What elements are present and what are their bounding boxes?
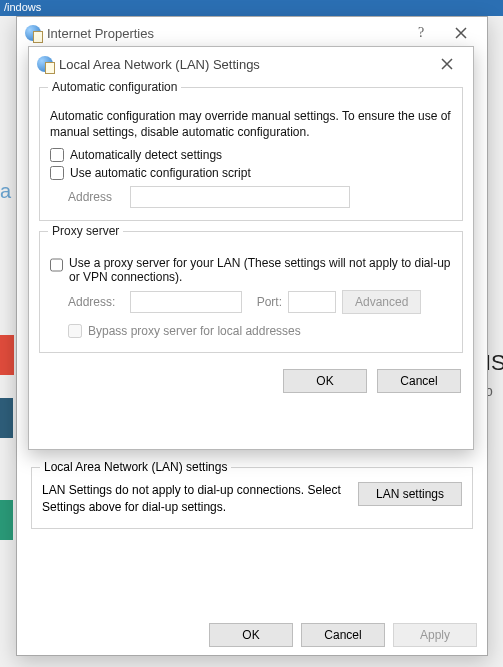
checkbox-text: Automatically detect settings [70,148,222,162]
group-legend: Proxy server [48,224,123,238]
proxy-address-input[interactable] [130,291,242,313]
ok-button[interactable]: OK [283,369,367,393]
lan-settings-group: Local Area Network (LAN) settings LAN Se… [31,467,473,529]
proxy-port-input[interactable] [288,291,336,313]
checkbox-text: Use a proxy server for your LAN (These s… [69,256,452,284]
checkbox-text: Bypass proxy server for local addresses [88,324,301,338]
proxy-server-group: Proxy server Use a proxy server for your… [39,231,463,353]
checkbox-text: Use automatic configuration script [70,166,251,180]
auto-detect-checkbox-label[interactable]: Automatically detect settings [50,148,452,162]
cancel-button[interactable]: Cancel [301,623,385,647]
address-label: Address [68,190,124,204]
bg-tile [0,398,13,438]
lan-settings-description: LAN Settings do not apply to dial-up con… [42,482,348,516]
use-proxy-checkbox-label[interactable]: Use a proxy server for your LAN (These s… [50,256,452,284]
proxy-port-label: Port: [248,295,282,309]
auto-detect-checkbox[interactable] [50,148,64,162]
dialog-title: Local Area Network (LAN) Settings [59,57,260,72]
use-proxy-checkbox[interactable] [50,258,63,272]
auto-script-checkbox[interactable] [50,166,64,180]
close-button[interactable] [427,51,467,77]
close-button[interactable] [441,20,481,46]
auto-script-address-input[interactable] [130,186,350,208]
window-title: Internet Properties [47,26,154,41]
bg-partial-text: /indows [0,0,503,16]
apply-button[interactable]: Apply [393,623,477,647]
auto-config-description: Automatic configuration may override man… [50,108,452,140]
bypass-checkbox[interactable] [68,324,82,338]
auto-script-checkbox-label[interactable]: Use automatic configuration script [50,166,452,180]
help-button[interactable]: ? [401,20,441,46]
internet-options-icon [25,25,41,41]
dialog-titlebar[interactable]: Local Area Network (LAN) Settings [29,47,473,81]
lan-settings-legend: Local Area Network (LAN) settings [40,460,231,474]
bg-tile-red [0,335,14,375]
titlebar[interactable]: Internet Properties ? [17,17,487,49]
proxy-address-label: Address: [68,295,124,309]
lan-settings-button[interactable]: LAN settings [358,482,462,506]
bg-tile [0,500,13,540]
lan-settings-dialog: Local Area Network (LAN) Settings Automa… [28,46,474,450]
group-legend: Automatic configuration [48,80,181,94]
internet-options-icon [37,56,53,72]
cancel-button[interactable]: Cancel [377,369,461,393]
ok-button[interactable]: OK [209,623,293,647]
automatic-configuration-group: Automatic configuration Automatic config… [39,87,463,221]
advanced-button[interactable]: Advanced [342,290,421,314]
bypass-checkbox-label[interactable]: Bypass proxy server for local addresses [68,324,452,338]
